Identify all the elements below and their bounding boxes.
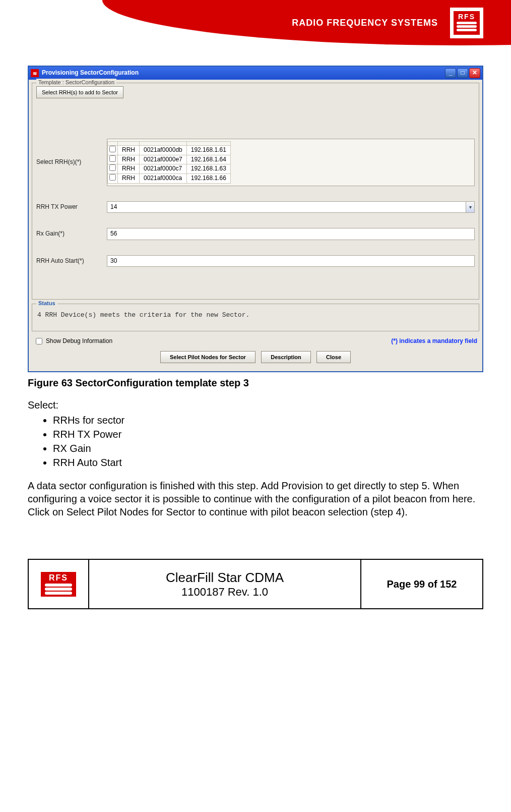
bullet-list: RRHs for sectorRRH TX PowerRX GainRRH Au… — [53, 414, 483, 469]
show-debug-checkbox[interactable] — [36, 338, 42, 344]
window-title: Provisioning SectorConfiguration — [42, 69, 444, 77]
label-rx-gain: Rx Gain(*) — [36, 230, 107, 238]
show-debug-label: Show Debug Information — [46, 337, 112, 345]
chevron-down-icon[interactable]: ▾ — [466, 201, 475, 213]
status-text: 4 RRH Device(s) meets the criteria for t… — [36, 309, 475, 327]
page-header: RADIO FREQUENCY SYSTEMS RFS — [0, 0, 511, 55]
rrh-ip: 192.168.1.61 — [186, 146, 230, 155]
close-window-button[interactable]: ✕ — [469, 68, 480, 78]
rrh-row[interactable]: RRH0021af0000ca192.168.1.66 — [108, 174, 231, 184]
company-name: RADIO FREQUENCY SYSTEMS — [292, 18, 438, 28]
list-item: RRH Auto Start — [53, 456, 483, 469]
tx-power-value[interactable]: 14 — [107, 201, 466, 213]
select-pilot-button[interactable]: Select Pilot Nodes for Sector — [160, 351, 256, 363]
template-legend: Template : SectorConfiguration — [36, 79, 116, 86]
rrh-ip: 192.168.1.66 — [186, 174, 230, 184]
rrh-mac: 0021af0000c7 — [140, 164, 187, 174]
rrh-row[interactable]: RRH0021af0000db192.168.1.61 — [108, 146, 231, 155]
figure-caption: Figure 63 SectorConfiguration template s… — [28, 376, 483, 389]
rrh-list: RRH0021af0000db192.168.1.61RRH0021af0000… — [107, 139, 475, 186]
rrh-row-checkbox[interactable] — [109, 174, 116, 181]
titlebar: ≋ Provisioning SectorConfiguration _ □ ✕ — [29, 67, 482, 80]
template-fieldset: Template : SectorConfiguration Select RR… — [32, 83, 479, 300]
rrh-row-checkbox[interactable] — [109, 155, 116, 162]
body-paragraph: A data sector configuration is finished … — [28, 479, 483, 518]
rrh-type: RRH — [118, 164, 140, 174]
status-fieldset: Status 4 RRH Device(s) meets the criteri… — [32, 304, 479, 331]
list-item: RRH TX Power — [53, 428, 483, 441]
rrh-row[interactable]: RRH0021af0000e7192.168.1.64 — [108, 155, 231, 164]
close-button[interactable]: Close — [316, 351, 351, 363]
footer-docid: 1100187 Rev. 1.0 — [181, 586, 268, 599]
auto-start-input[interactable]: 30 — [107, 255, 475, 267]
footer-page: Page 99 of 152 — [387, 578, 457, 590]
minimize-button[interactable]: _ — [445, 68, 456, 78]
maximize-button[interactable]: □ — [457, 68, 468, 78]
rrh-mac: 0021af0000ca — [140, 174, 187, 184]
page-footer: RFS ClearFill Star CDMA 1100187 Rev. 1.0… — [28, 559, 483, 609]
footer-center-cell: ClearFill Star CDMA 1100187 Rev. 1.0 — [89, 560, 361, 608]
rrh-ip: 192.168.1.64 — [186, 155, 230, 164]
rfs-logo-top: RFS — [450, 8, 483, 38]
list-item: RRHs for sector — [53, 414, 483, 427]
dialog-screenshot: ≋ Provisioning SectorConfiguration _ □ ✕… — [28, 66, 483, 372]
rrh-row-checkbox[interactable] — [109, 146, 116, 152]
rfs-logo-footer: RFS — [41, 572, 76, 597]
list-item: RX Gain — [53, 442, 483, 455]
label-auto-start: RRH Auto Start(*) — [36, 257, 107, 265]
rrh-mac: 0021af0000db — [140, 146, 187, 155]
rrh-row-checkbox[interactable] — [109, 164, 116, 171]
footer-logo-cell: RFS — [29, 560, 89, 608]
status-legend: Status — [36, 300, 57, 307]
select-intro: Select: — [28, 398, 483, 412]
label-select-rrhs: Select RRH(s)(*) — [36, 158, 107, 166]
rrh-row[interactable]: RRH0021af0000c7192.168.1.63 — [108, 164, 231, 174]
rrh-type: RRH — [118, 146, 140, 155]
rx-gain-input[interactable]: 56 — [107, 228, 475, 240]
rrh-ip: 192.168.1.63 — [186, 164, 230, 174]
description-button[interactable]: Description — [261, 351, 311, 363]
footer-page-cell: Page 99 of 152 — [361, 560, 482, 608]
rrh-type: RRH — [118, 174, 140, 184]
rrh-mac: 0021af0000e7 — [140, 155, 187, 164]
app-icon: ≋ — [31, 69, 39, 77]
mandatory-note: (*) indicates a mandatory field — [391, 337, 477, 345]
label-tx-power: RRH TX Power — [36, 203, 107, 211]
rrh-type: RRH — [118, 155, 140, 164]
tx-power-combo[interactable]: 14 ▾ — [107, 201, 475, 213]
select-rrh-toolbar-button[interactable]: Select RRH(s) to add to Sector — [36, 86, 123, 98]
footer-product: ClearFill Star CDMA — [166, 570, 284, 586]
